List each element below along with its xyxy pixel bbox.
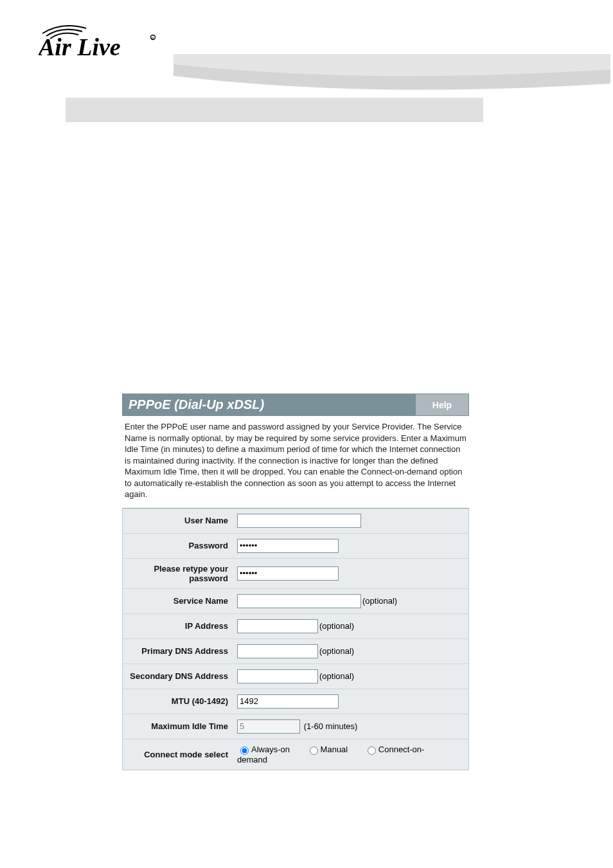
hint-service: (optional): [362, 596, 397, 606]
mode-manual[interactable]: Manual: [306, 745, 348, 754]
svg-text:Air Live: Air Live: [39, 33, 121, 60]
help-button[interactable]: Help: [415, 393, 469, 416]
panel-title: PPPoE (Dial-Up xDSL): [122, 393, 415, 416]
label-mode: Connect mode select: [123, 739, 233, 770]
label-dns2: Secondary DNS Address: [123, 664, 233, 689]
hint-dns1: (optional): [319, 646, 354, 656]
radio-connect-on-demand[interactable]: [368, 746, 376, 755]
radio-always-on[interactable]: [240, 746, 249, 755]
label-dns1: Primary DNS Address: [123, 639, 233, 664]
ip-address-input[interactable]: [237, 619, 318, 633]
svg-text:R: R: [151, 37, 154, 41]
label-mtu: MTU (40-1492): [123, 689, 233, 714]
service-name-input[interactable]: [237, 594, 361, 608]
panel-description: Enter the PPPoE user name and password a…: [125, 421, 466, 500]
label-retype: Please retype your password: [123, 559, 233, 589]
secondary-dns-input[interactable]: [237, 669, 318, 683]
hint-idle: (1-60 minutes): [304, 721, 358, 731]
pppoe-form: User Name Password Please retype your pa…: [122, 508, 469, 771]
radio-manual[interactable]: [310, 746, 318, 755]
label-password: Password: [123, 534, 233, 559]
hint-dns2: (optional): [319, 671, 354, 681]
label-ip: IP Address: [123, 614, 233, 639]
mtu-input[interactable]: [237, 694, 339, 709]
header-bar: [66, 98, 483, 122]
username-input[interactable]: [237, 514, 361, 528]
primary-dns-input[interactable]: [237, 644, 318, 658]
password-input[interactable]: [237, 539, 339, 553]
retype-password-input[interactable]: [237, 566, 339, 581]
label-username: User Name: [123, 509, 233, 534]
idle-time-input[interactable]: [237, 719, 300, 734]
hint-ip: (optional): [319, 621, 354, 631]
pppoe-panel: PPPoE (Dial-Up xDSL) Help Enter the PPPo…: [122, 393, 469, 770]
label-idle: Maximum Idle Time: [123, 714, 233, 739]
label-service: Service Name: [123, 589, 233, 614]
brand-logo: Air Live R: [39, 19, 173, 62]
header-swoosh: [173, 54, 610, 93]
mode-always-on[interactable]: Always-on: [237, 745, 290, 754]
